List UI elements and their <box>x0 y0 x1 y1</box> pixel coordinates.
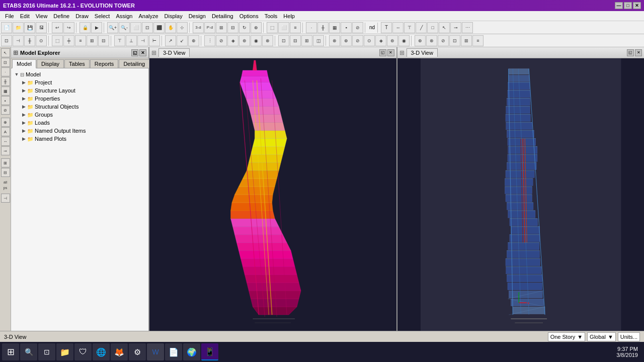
story-dropdown[interactable]: One Story ▼ <box>548 332 585 341</box>
etabs-btn[interactable]: 📱 <box>201 343 218 360</box>
menu-draw[interactable]: Draw <box>72 12 92 20</box>
view2-close-btn[interactable]: ✕ <box>635 49 642 56</box>
show-frame-btn[interactable]: ╫ <box>24 35 35 46</box>
tree-named-plots[interactable]: ▶ 📁 Named Plots <box>19 135 147 143</box>
tb2-snap2[interactable]: ⊕ <box>341 35 352 46</box>
tb2-btn5[interactable]: ⊞ <box>87 35 98 46</box>
new-btn[interactable]: 📄 <box>1 22 12 33</box>
menu-detailing[interactable]: Detailing <box>209 12 236 20</box>
tb2-more4[interactable]: ⊡ <box>449 35 460 46</box>
menu-file[interactable]: File <box>2 12 17 20</box>
elevation-btn[interactable]: ⊞ <box>216 22 227 33</box>
chrome-btn[interactable]: 🌍 <box>183 343 200 360</box>
pointer-btn[interactable]: ↖ <box>439 22 450 33</box>
view-tab-1[interactable]: 3-D View <box>158 48 190 57</box>
left-btn-select[interactable]: ⊡ <box>1 58 10 67</box>
tb2-btn2[interactable]: ⬚ <box>52 35 63 46</box>
tb2-btn19[interactable]: ⊗ <box>262 35 273 46</box>
edge-btn[interactable]: 🛡 <box>74 343 92 360</box>
menu-options[interactable]: Options <box>236 12 262 20</box>
tb2-snap1[interactable]: ⊗ <box>329 35 340 46</box>
frames-btn[interactable]: ╫ <box>317 22 329 33</box>
tb2-btn6[interactable]: ⊟ <box>98 35 109 46</box>
menu-analyze[interactable]: Analyze <box>135 12 161 20</box>
measure-btn[interactable]: ⊸ <box>450 22 461 33</box>
menu-display[interactable]: Display <box>162 12 186 20</box>
tab-display[interactable]: Display <box>37 59 64 68</box>
left-btn-section[interactable]: ⊣ <box>1 194 10 203</box>
tab-detailing[interactable]: Detailing <box>119 59 149 68</box>
zoom-in-btn[interactable]: 🔍+ <box>107 22 118 33</box>
global-dropdown[interactable]: Global ▼ <box>587 332 616 341</box>
search-button[interactable]: 🔍 <box>20 343 37 360</box>
dim-btn[interactable]: ↔ <box>392 22 404 33</box>
tb2-snap4[interactable]: ⊙ <box>364 35 375 46</box>
tb2-snap5[interactable]: ◈ <box>375 35 386 46</box>
prop-btn[interactable]: ≡ <box>290 22 301 33</box>
view1-float-btn[interactable]: ◱ <box>379 49 386 56</box>
open-btn[interactable]: 📁 <box>13 22 24 33</box>
text-btn[interactable]: T <box>381 22 392 33</box>
show-loads-btn[interactable]: ⊡ <box>1 35 12 46</box>
tb2-btn13[interactable]: ⊕ <box>188 35 199 46</box>
show-deform-btn[interactable]: ⊣ <box>13 35 24 46</box>
tb2-btn11[interactable]: ↗ <box>165 35 176 46</box>
tb2-btn14[interactable]: ⋮ <box>204 35 215 46</box>
settings-btn[interactable]: ⚙ <box>129 343 146 360</box>
tb2-more1[interactable]: ⊕ <box>415 35 426 46</box>
zoom-win-btn[interactable]: ⬜ <box>130 22 141 33</box>
tb2-btn12[interactable]: ↙ <box>177 35 188 46</box>
tb2-btn23[interactable]: ◫ <box>313 35 324 46</box>
tab-model[interactable]: Model <box>12 59 36 68</box>
tree-loads[interactable]: ▶ 📁 Loads <box>19 119 147 127</box>
refresh-btn[interactable]: 🔒 <box>79 22 91 33</box>
tree-properties[interactable]: ▶ 📁 Properties <box>19 95 147 103</box>
zoom-fit-btn[interactable]: ⊡ <box>142 22 153 33</box>
tree-project[interactable]: ▶ 📁 Project <box>19 78 147 86</box>
tb2-more5[interactable]: ⊞ <box>461 35 472 46</box>
tb2-btn8[interactable]: ⊥ <box>126 35 137 46</box>
rotate-btn[interactable]: ↻ <box>239 22 250 33</box>
select-none-btn[interactable]: ⬜ <box>278 22 289 33</box>
tb2-btn22[interactable]: ⊞ <box>301 35 312 46</box>
menu-tools[interactable]: Tools <box>262 12 281 20</box>
undo-btn[interactable]: ↩ <box>52 22 63 33</box>
menu-select[interactable]: Select <box>92 12 113 20</box>
tree-groups[interactable]: ▶ 📁 Groups <box>19 111 147 119</box>
snap-btn[interactable]: ⊙ <box>36 35 47 46</box>
view1-close-btn[interactable]: ✕ <box>387 49 394 56</box>
tb2-btn16[interactable]: ◈ <box>227 35 238 46</box>
redo-btn[interactable]: ↪ <box>63 22 74 33</box>
task-view-button[interactable]: ⊡ <box>38 343 55 360</box>
zoom-prev-btn[interactable]: ⬛ <box>153 22 165 33</box>
menu-view[interactable]: View <box>33 12 51 20</box>
align-btn[interactable]: ⊤ <box>404 22 415 33</box>
draw-box-btn[interactable]: □ <box>427 22 438 33</box>
links-btn[interactable]: ⊘ <box>352 22 363 33</box>
left-btn-node[interactable]: · <box>1 67 10 76</box>
nodes-btn[interactable]: · <box>306 22 317 33</box>
tb2-btn4[interactable]: ≡ <box>75 35 86 46</box>
tb2-btn7[interactable]: ⊤ <box>114 35 125 46</box>
left-btn-label[interactable]: A <box>1 127 10 136</box>
view-tab-2[interactable]: 3-D View <box>407 48 438 57</box>
3d-view-btn[interactable]: 3-d <box>193 22 204 33</box>
tb2-btn20[interactable]: ⊡ <box>278 35 289 46</box>
tree-structural-objects[interactable]: ▶ 📁 Structural Objects <box>19 103 147 111</box>
tb2-snap6[interactable]: ⊛ <box>387 35 398 46</box>
left-btn-mass[interactable]: ⊟ <box>1 168 10 177</box>
maximize-button[interactable]: □ <box>624 2 632 9</box>
tb2-snap7[interactable]: ◉ <box>398 35 410 46</box>
zoom-out-btn[interactable]: 🔍- <box>119 22 130 33</box>
shells-btn[interactable]: ▦ <box>329 22 340 33</box>
tb2-btn18[interactable]: ◉ <box>251 35 262 46</box>
left-btn-arrow[interactable]: ↖ <box>1 48 10 57</box>
left-btn-shell[interactable]: ▦ <box>1 86 10 96</box>
left-btn-frame[interactable]: ╫ <box>1 77 10 86</box>
units-dropdown[interactable]: Units... <box>618 332 640 341</box>
tree-structure-layout[interactable]: ▶ 📁 Structure Layout <box>19 86 147 95</box>
left-btn-solid[interactable]: ▪ <box>1 96 10 105</box>
plan-view-btn[interactable]: P-d <box>204 22 215 33</box>
left-btn-link[interactable]: ⊘ <box>1 106 10 115</box>
ie-btn[interactable]: 🌐 <box>93 343 110 360</box>
